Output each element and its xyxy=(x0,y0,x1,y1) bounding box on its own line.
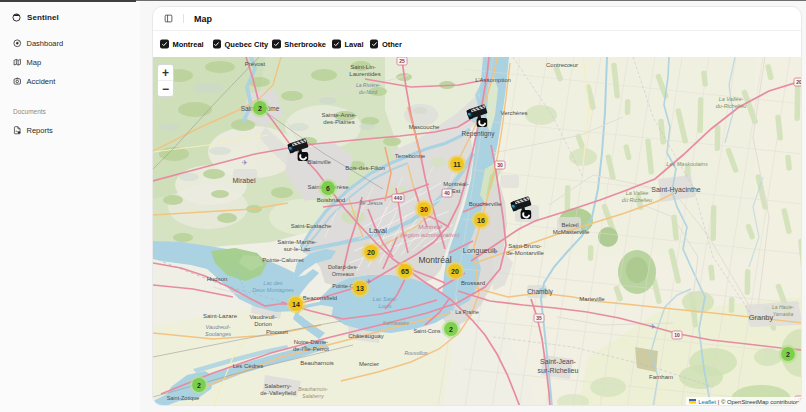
svg-text:Repentigny: Repentigny xyxy=(462,130,496,138)
svg-text:McMasterville: McMasterville xyxy=(553,229,590,235)
svg-text:Saint-Hyacinthe: Saint-Hyacinthe xyxy=(651,186,701,194)
svg-text:sur-Richelieu: sur-Richelieu xyxy=(538,367,579,374)
svg-text:Terrebonne: Terrebonne xyxy=(395,153,426,159)
svg-text:35: 35 xyxy=(536,315,542,321)
svg-text:du Richelieu: du Richelieu xyxy=(622,197,652,203)
svg-text:Saint-Bruno-: Saint-Bruno- xyxy=(508,243,542,249)
svg-text:Laval: Laval xyxy=(369,226,387,235)
svg-text:Notre-Dame-: Notre-Dame- xyxy=(294,339,329,345)
svg-text:Montréal: Montréal xyxy=(418,255,451,265)
svg-text:Saint-Lin-: Saint-Lin- xyxy=(350,64,376,70)
svg-text:Brossard: Brossard xyxy=(461,280,485,286)
svg-text:✈: ✈ xyxy=(650,323,656,330)
svg-text:Chambly: Chambly xyxy=(527,288,553,296)
svg-text:La Haute-: La Haute- xyxy=(772,304,794,310)
svg-text:de-Valleyfield: de-Valleyfield xyxy=(260,390,296,396)
svg-text:Dollard-des-: Dollard-des- xyxy=(328,264,358,270)
svg-text:Saint-Cons: Saint-Cons xyxy=(413,328,440,334)
svg-text:Pointe-C: Pointe-C xyxy=(332,283,353,289)
svg-text:de-l’Île-Perrot: de-l’Île-Perrot xyxy=(293,346,329,352)
svg-text:20: 20 xyxy=(367,249,375,256)
svg-text:Laurentides: Laurentides xyxy=(349,71,380,77)
svg-text:2: 2 xyxy=(449,326,453,333)
svg-text:Vaudreuil-: Vaudreuil- xyxy=(250,314,277,320)
svg-text:du-Richelieu: du-Richelieu xyxy=(716,103,747,109)
svg-text:Saint-Lazare: Saint-Lazare xyxy=(203,313,238,319)
svg-text:Saint-Zotique: Saint-Zotique xyxy=(167,395,200,401)
svg-text:Beaconsfield: Beaconsfield xyxy=(303,295,337,301)
svg-text:✈: ✈ xyxy=(493,248,499,255)
svg-text:Mercier: Mercier xyxy=(359,361,379,367)
svg-text:Salaberry: Salaberry xyxy=(302,393,324,399)
svg-text:65: 65 xyxy=(401,268,409,275)
svg-text:10: 10 xyxy=(674,332,680,338)
svg-text:Roussillon: Roussillon xyxy=(404,350,427,356)
svg-text:Mirabel: Mirabel xyxy=(233,177,256,184)
svg-text:13: 13 xyxy=(356,285,364,292)
svg-text:Hudson: Hudson xyxy=(207,276,228,282)
svg-text:Lac des: Lac des xyxy=(263,280,283,286)
svg-text:Belœil: Belœil xyxy=(561,222,578,228)
svg-text:sur-le-Lac: sur-le-Lac xyxy=(284,246,311,252)
svg-text:25: 25 xyxy=(399,58,405,64)
svg-text:de-Montarville: de-Montarville xyxy=(506,250,544,256)
svg-text:Pointe-Calumet: Pointe-Calumet xyxy=(262,257,304,263)
svg-text:✈: ✈ xyxy=(242,159,248,166)
svg-text:Île Jésus: Île Jésus xyxy=(359,200,383,206)
svg-text:du-Nord: du-Nord xyxy=(359,89,377,95)
svg-text:Ormeaux: Ormeaux xyxy=(332,271,355,277)
svg-text:Verchères: Verchères xyxy=(500,110,527,116)
svg-text:Montréal: Montréal xyxy=(418,224,442,230)
svg-text:Salaberry-: Salaberry- xyxy=(264,383,292,389)
svg-text:14: 14 xyxy=(292,301,300,308)
svg-text:Granby: Granby xyxy=(749,313,774,322)
svg-text:Longueuil: Longueuil xyxy=(463,246,496,255)
svg-text:20: 20 xyxy=(451,268,459,275)
svg-text:Farnham: Farnham xyxy=(649,374,673,380)
svg-text:Beauharnois: Beauharnois xyxy=(300,360,334,366)
svg-text:2: 2 xyxy=(786,351,790,358)
svg-text:La Prairie: La Prairie xyxy=(455,309,479,315)
svg-text:440: 440 xyxy=(394,195,403,201)
svg-text:Les Maskoutains: Les Maskoutains xyxy=(666,161,708,167)
svg-text:La Vallée: La Vallée xyxy=(626,190,649,196)
svg-text:Est: Est xyxy=(452,188,461,194)
svg-text:Yamaska: Yamaska xyxy=(773,311,794,317)
svg-text:Prévost: Prévost xyxy=(245,61,266,67)
svg-text:Vaudreuil-: Vaudreuil- xyxy=(206,324,231,330)
svg-text:30: 30 xyxy=(497,162,503,168)
svg-text:20: 20 xyxy=(796,79,802,85)
svg-text:30: 30 xyxy=(420,206,428,213)
svg-text:Montréal-: Montréal- xyxy=(443,181,468,187)
svg-text:Pincourt: Pincourt xyxy=(266,329,288,335)
svg-text:16: 16 xyxy=(477,217,485,224)
svg-text:2: 2 xyxy=(197,382,201,389)
svg-text:2: 2 xyxy=(258,105,262,112)
svg-text:Sainte-Marthe-: Sainte-Marthe- xyxy=(277,239,317,245)
svg-text:La Vallée-: La Vallée- xyxy=(719,96,744,102)
svg-text:Deux Montagnes: Deux Montagnes xyxy=(252,287,294,293)
svg-text:Marieville: Marieville xyxy=(579,296,605,302)
svg-text:Blainville: Blainville xyxy=(307,159,331,165)
svg-text:Louis: Louis xyxy=(378,303,391,309)
svg-text:(région administrative): (région administrative) xyxy=(400,232,459,238)
svg-text:Saint-Eustache: Saint-Eustache xyxy=(291,223,332,229)
svg-text:Lac Saint-: Lac Saint- xyxy=(373,296,398,302)
svg-text:Boucherville: Boucherville xyxy=(469,201,502,207)
svg-text:Dorion: Dorion xyxy=(254,321,272,327)
svg-text:Mascouche: Mascouche xyxy=(409,124,440,130)
svg-text:Contrecœur: Contrecœur xyxy=(546,62,578,68)
svg-text:40: 40 xyxy=(444,190,450,196)
svg-text:Châteauguay: Châteauguay xyxy=(348,333,384,339)
svg-text:Bois-des-Filion: Bois-des-Filion xyxy=(345,165,385,171)
svg-text:6: 6 xyxy=(326,185,330,192)
svg-text:11: 11 xyxy=(453,161,461,168)
svg-text:des-Plaines: des-Plaines xyxy=(323,119,354,125)
svg-text:Sainte-Anne-: Sainte-Anne- xyxy=(321,112,356,118)
svg-text:Beauharnois-: Beauharnois- xyxy=(298,386,328,392)
svg-text:La Rivière-: La Rivière- xyxy=(356,82,381,88)
svg-text:L’Assomption: L’Assomption xyxy=(475,77,511,83)
svg-text:Soulanges: Soulanges xyxy=(205,331,231,337)
svg-text:Kahnawake: Kahnawake xyxy=(383,320,409,326)
svg-text:Saint-Jean-: Saint-Jean- xyxy=(540,358,576,365)
